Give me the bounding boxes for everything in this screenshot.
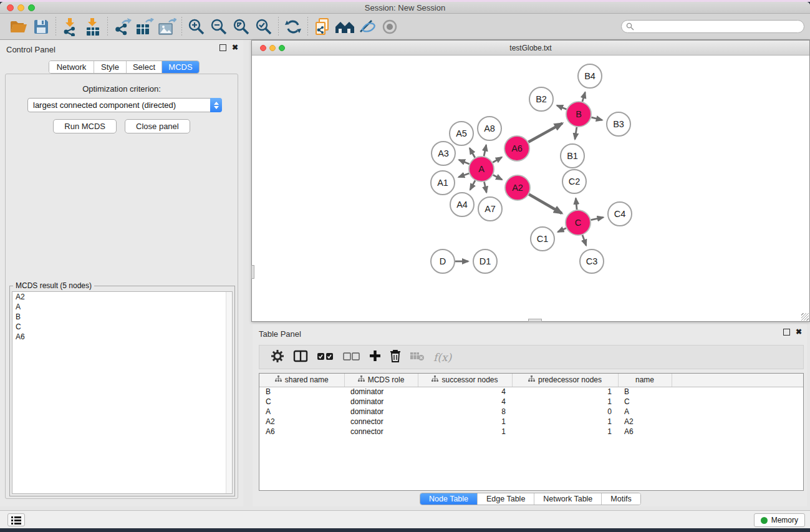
table-cell[interactable]: 1 bbox=[512, 417, 618, 427]
zoom-out-icon[interactable] bbox=[208, 16, 230, 37]
tab-network[interactable]: Network bbox=[49, 61, 94, 73]
tab-mcds[interactable]: MCDS bbox=[162, 61, 199, 73]
graph-edge-A-A7[interactable] bbox=[485, 182, 487, 193]
export-image-icon[interactable] bbox=[156, 16, 178, 37]
graph-node-D1[interactable]: D1 bbox=[473, 249, 497, 273]
graph-node-D[interactable]: D bbox=[431, 249, 455, 273]
table-cell[interactable]: 4 bbox=[418, 397, 512, 407]
float-table-panel-icon[interactable] bbox=[783, 329, 790, 336]
float-panel-icon[interactable] bbox=[219, 44, 226, 51]
graph-node-C[interactable]: C bbox=[566, 210, 591, 235]
network-canvas[interactable]: B4B2BB3A5A8A6A3B1AA1C2A2A4A7C4CC1C3DD1 bbox=[252, 56, 809, 321]
table-cell[interactable]: dominator bbox=[344, 397, 418, 407]
graph-edge-A-A1[interactable] bbox=[458, 173, 469, 177]
graph-edge-A-A5[interactable] bbox=[470, 148, 475, 158]
close-window-button[interactable] bbox=[7, 4, 14, 11]
frame-resize-grip-corner[interactable] bbox=[801, 313, 809, 321]
hide-graphics-details-icon[interactable] bbox=[356, 16, 378, 37]
graph-node-C3[interactable]: C3 bbox=[580, 249, 604, 273]
graph-node-A2[interactable]: A2 bbox=[505, 175, 530, 200]
mcds-result-item[interactable]: C bbox=[12, 322, 232, 332]
task-history-button[interactable] bbox=[7, 513, 25, 526]
network-minimize-button[interactable] bbox=[269, 45, 276, 51]
mcds-result-list[interactable]: A2ABCA6 bbox=[12, 291, 233, 494]
close-panel-button[interactable]: Close panel bbox=[125, 119, 190, 133]
column-header-predecessor-nodes[interactable]: predecessor nodes bbox=[512, 374, 618, 387]
column-header-shared-name[interactable]: shared name bbox=[259, 374, 344, 387]
optimization-criterion-dropdown[interactable]: largest connected component (directed) bbox=[27, 98, 222, 112]
tab-network-table[interactable]: Network Table bbox=[534, 493, 602, 505]
table-cell[interactable]: 1 bbox=[418, 427, 512, 437]
graph-node-A3[interactable]: A3 bbox=[432, 142, 455, 165]
tab-select[interactable]: Select bbox=[127, 61, 162, 73]
show-columns-icon[interactable] bbox=[293, 350, 308, 365]
table-cell[interactable]: B bbox=[618, 387, 672, 397]
graph-edge-B-B3[interactable] bbox=[591, 117, 602, 120]
graph-edge-C-C3[interactable] bbox=[582, 235, 586, 246]
frame-resize-grip-south[interactable] bbox=[528, 319, 542, 322]
graph-edge-A-A4[interactable] bbox=[470, 180, 475, 190]
delete-column-icon[interactable] bbox=[390, 349, 401, 365]
close-panel-icon[interactable]: ✖ bbox=[232, 44, 238, 51]
table-cell[interactable]: 1 bbox=[512, 387, 618, 397]
graph-node-A1[interactable]: A1 bbox=[431, 171, 455, 195]
table-cell[interactable]: A2 bbox=[618, 417, 672, 427]
export-table-icon[interactable] bbox=[133, 16, 156, 37]
network-close-button[interactable] bbox=[260, 45, 266, 51]
tab-edge-table[interactable]: Edge Table bbox=[478, 493, 534, 505]
table-row[interactable]: Bdominator41B bbox=[259, 387, 804, 397]
graph-node-B1[interactable]: B1 bbox=[561, 144, 584, 168]
search-input[interactable] bbox=[634, 22, 804, 31]
select-all-columns-icon[interactable] bbox=[317, 352, 334, 363]
search-field[interactable] bbox=[621, 20, 804, 33]
table-cell[interactable]: 0 bbox=[512, 407, 618, 417]
table-cell[interactable]: 4 bbox=[418, 387, 512, 397]
table-cell[interactable]: A6 bbox=[618, 427, 672, 437]
graph-edge-B-B1[interactable] bbox=[575, 127, 577, 140]
graph-edge-C-C1[interactable] bbox=[558, 228, 566, 232]
table-row[interactable]: Adominator80A bbox=[259, 407, 804, 417]
table-row[interactable]: A2connector11A2 bbox=[259, 417, 804, 427]
graph-edge-A-A6[interactable] bbox=[493, 157, 502, 163]
create-column-icon[interactable] bbox=[369, 350, 381, 364]
graph-edge-B-B2[interactable] bbox=[557, 105, 566, 109]
import-network-icon[interactable] bbox=[59, 16, 82, 37]
mcds-result-item[interactable]: A6 bbox=[12, 332, 232, 342]
table-cell[interactable]: C bbox=[259, 397, 344, 407]
table-row[interactable]: A6connector11A6 bbox=[259, 427, 804, 437]
mcds-result-item[interactable]: A2 bbox=[12, 292, 232, 302]
network-zoom-button[interactable] bbox=[279, 45, 285, 51]
graph-edge-A-A3[interactable] bbox=[459, 160, 470, 164]
column-header-successor-nodes[interactable]: successor nodes bbox=[418, 374, 512, 387]
graph-node-B[interactable]: B bbox=[566, 102, 591, 127]
graph-node-B2[interactable]: B2 bbox=[529, 87, 553, 111]
graph-node-A4[interactable]: A4 bbox=[450, 193, 474, 216]
table-settings-gear-icon[interactable] bbox=[271, 349, 284, 365]
table-cell[interactable]: C bbox=[618, 397, 672, 407]
export-network-icon[interactable] bbox=[111, 16, 133, 37]
refresh-icon[interactable] bbox=[282, 16, 304, 37]
table-cell[interactable]: dominator bbox=[344, 407, 418, 417]
column-header-name[interactable]: name bbox=[618, 374, 672, 387]
network-from-selection-icon[interactable] bbox=[311, 16, 334, 37]
graph-node-A[interactable]: A bbox=[469, 157, 494, 181]
graph-edge-B-B4[interactable] bbox=[582, 92, 586, 102]
tab-style[interactable]: Style bbox=[94, 61, 127, 73]
graph-node-C2[interactable]: C2 bbox=[562, 170, 586, 193]
mcds-result-item[interactable]: A bbox=[12, 302, 232, 312]
graph-node-A7[interactable]: A7 bbox=[478, 197, 502, 221]
zoom-window-button[interactable] bbox=[28, 4, 35, 11]
result-list-scrollbar[interactable] bbox=[226, 292, 232, 493]
table-cell[interactable]: 1 bbox=[512, 427, 618, 437]
tab-node-table[interactable]: Node Table bbox=[420, 493, 478, 505]
zoom-in-icon[interactable] bbox=[185, 16, 208, 37]
table-cell[interactable]: A6 bbox=[259, 427, 344, 437]
table-cell[interactable]: 1 bbox=[512, 397, 618, 407]
graph-node-A6[interactable]: A6 bbox=[504, 136, 529, 161]
graph-node-C4[interactable]: C4 bbox=[608, 202, 632, 226]
table-row[interactable]: Cdominator41C bbox=[259, 397, 804, 407]
graph-node-B3[interactable]: B3 bbox=[607, 112, 630, 136]
graph-edge-A2-C[interactable] bbox=[529, 195, 562, 214]
zoom-selected-icon[interactable] bbox=[253, 16, 275, 37]
import-table-icon[interactable] bbox=[82, 16, 104, 37]
